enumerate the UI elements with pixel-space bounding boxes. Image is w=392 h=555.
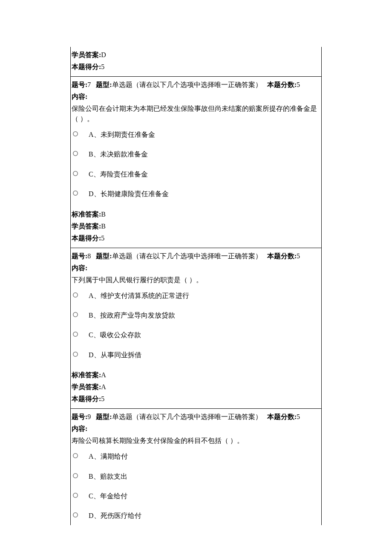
question-no-label: 题号: — [72, 81, 87, 88]
student-answer-value: D — [101, 51, 106, 58]
question-7-cell: 题号:7 题型:单选题（请在以下几个选项中选择唯一正确答案） 本题分数:5 内容… — [71, 77, 322, 248]
question-content: 寿险公司核算长期险业务支付保险金的科目不包括（ ）。 — [72, 436, 320, 446]
radio-icon[interactable] — [72, 171, 78, 176]
student-answer-value: B — [101, 223, 106, 230]
question-content: 保险公司在会计期末为本期已经发生保险事故但尚未结案的赔案所提存的准备金是（ ）。 — [72, 104, 320, 124]
student-answer-label: 学员答案: — [72, 223, 101, 230]
svg-point-4 — [73, 292, 78, 297]
standard-answer-label: 标准答案: — [72, 211, 101, 218]
svg-point-1 — [73, 151, 78, 156]
option-text: A、满期给付 — [89, 452, 128, 461]
student-answer-label: 学员答案: — [72, 383, 101, 390]
question-no-label: 题号: — [72, 252, 87, 260]
score-label: 本题分数: — [267, 413, 297, 420]
option-c-row[interactable]: C、吸收公众存款 — [72, 330, 320, 340]
standard-answer-label: 标准答案: — [72, 371, 101, 379]
option-d-row[interactable]: D、长期健康险责任准备金 — [72, 189, 320, 199]
content-label: 内容: — [72, 263, 320, 273]
radio-icon[interactable] — [72, 492, 78, 498]
option-text: C、年金给付 — [89, 491, 127, 501]
score-got-value: 5 — [101, 234, 104, 242]
svg-point-9 — [73, 473, 78, 477]
question-no-value: 8 — [87, 252, 91, 260]
student-answer-label: 学员答案: — [72, 51, 101, 58]
option-text: A、未到期责任准备金 — [89, 130, 155, 139]
radio-icon[interactable] — [72, 312, 78, 318]
radio-icon[interactable] — [72, 150, 78, 156]
question-no-value: 9 — [87, 413, 91, 420]
option-text: D、从事同业拆借 — [89, 350, 141, 360]
options-group: A、未到期责任准备金 B、未决赔款准备金 C、寿险责任准备金 — [72, 130, 320, 199]
question-no-value: 7 — [87, 81, 91, 88]
svg-point-0 — [73, 132, 78, 136]
question-type-label: 题型: — [96, 413, 112, 420]
question-8-cell: 题号:8 题型:单选题（请在以下几个选项中选择唯一正确答案） 本题分数:5 内容… — [71, 248, 322, 409]
svg-point-10 — [73, 493, 78, 497]
score-got-label: 本题得分: — [72, 234, 101, 242]
option-c-row[interactable]: C、年金给付 — [72, 491, 320, 501]
option-text: D、长期健康险责任准备金 — [89, 189, 169, 199]
option-a-row[interactable]: A、维护支付清算系统的正常进行 — [72, 291, 320, 301]
option-text: C、吸收公众存款 — [89, 330, 141, 340]
radio-icon[interactable] — [72, 473, 78, 479]
score-got-value: 5 — [101, 395, 104, 402]
radio-icon[interactable] — [72, 331, 78, 337]
svg-point-6 — [73, 332, 78, 336]
option-text: B、未决赔款准备金 — [89, 150, 148, 159]
option-text: A、维护支付清算系统的正常进行 — [89, 291, 189, 301]
score-value: 5 — [297, 81, 300, 88]
option-b-row[interactable]: B、未决赔款准备金 — [72, 150, 320, 159]
option-a-row[interactable]: A、未到期责任准备金 — [72, 130, 320, 139]
question-type-value: 单选题（请在以下几个选项中选择唯一正确答案） — [112, 81, 262, 88]
radio-icon[interactable] — [72, 190, 78, 196]
option-d-row[interactable]: D、从事同业拆借 — [72, 350, 320, 360]
options-group: A、维护支付清算系统的正常进行 B、按政府产业导向发放贷款 C、吸收公众存款 — [72, 291, 320, 360]
standard-answer-value: A — [101, 371, 106, 379]
score-label: 本题分数: — [267, 252, 297, 260]
options-group: A、满期给付 B、赔款支出 C、年金给付 — [72, 452, 320, 521]
radio-icon[interactable] — [72, 351, 78, 357]
content-label: 内容: — [72, 424, 320, 434]
svg-point-7 — [73, 352, 78, 356]
question-type-value: 单选题（请在以下几个选项中选择唯一正确答案） — [112, 252, 262, 260]
option-text: D、死伤医疗给付 — [89, 511, 141, 520]
radio-icon[interactable] — [72, 292, 78, 298]
svg-point-2 — [73, 171, 78, 176]
question-type-label: 题型: — [96, 81, 112, 88]
option-text: B、按政府产业导向发放贷款 — [89, 311, 175, 320]
score-value: 5 — [297, 413, 300, 420]
option-b-row[interactable]: B、赔款支出 — [72, 472, 320, 481]
question-type-value: 单选题（请在以下几个选项中选择唯一正确答案） — [112, 413, 262, 420]
option-b-row[interactable]: B、按政府产业导向发放贷款 — [72, 311, 320, 320]
questions-table: 学员答案:D 本题得分:5 题号:7 题型:单选题（请在以下几个选项中选择唯一正… — [70, 47, 322, 525]
svg-point-5 — [73, 312, 78, 317]
radio-icon[interactable] — [72, 131, 78, 137]
score-got-value: 5 — [101, 63, 104, 70]
svg-point-8 — [73, 454, 78, 458]
question-no-label: 题号: — [72, 413, 87, 420]
question-type-label: 题型: — [96, 252, 112, 260]
svg-point-11 — [73, 513, 78, 517]
score-label: 本题分数: — [267, 81, 297, 88]
standard-answer-value: B — [101, 211, 106, 218]
svg-point-3 — [73, 191, 78, 195]
radio-icon[interactable] — [72, 512, 78, 518]
option-text: C、寿险责任准备金 — [89, 170, 148, 179]
previous-question-tail: 学员答案:D 本题得分:5 — [71, 47, 322, 77]
student-answer-value: A — [101, 383, 106, 390]
radio-icon[interactable] — [72, 453, 78, 459]
question-9-cell: 题号:9 题型:单选题（请在以下几个选项中选择唯一正确答案） 本题分数:5 内容… — [71, 409, 322, 525]
score-got-label: 本题得分: — [72, 395, 101, 402]
score-got-label: 本题得分: — [72, 63, 101, 70]
score-value: 5 — [297, 252, 300, 260]
question-content: 下列属于中国人民银行履行的职责是（ ）。 — [72, 275, 320, 285]
option-d-row[interactable]: D、死伤医疗给付 — [72, 511, 320, 520]
option-text: B、赔款支出 — [89, 472, 127, 481]
option-a-row[interactable]: A、满期给付 — [72, 452, 320, 461]
option-c-row[interactable]: C、寿险责任准备金 — [72, 170, 320, 179]
content-label: 内容: — [72, 92, 320, 102]
